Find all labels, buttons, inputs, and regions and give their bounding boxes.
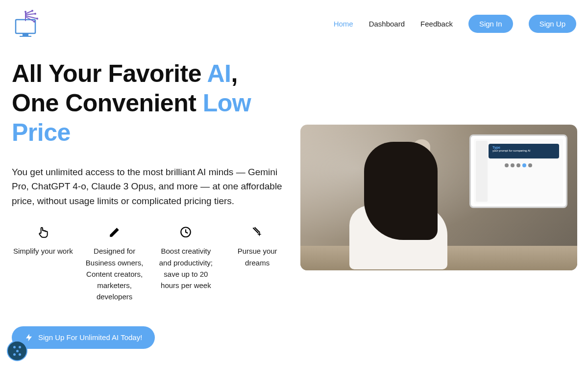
feature-dreams: Pursue your dreams — [226, 226, 289, 302]
cookie-icon — [11, 345, 23, 357]
svg-point-7 — [24, 11, 26, 13]
nav-dashboard[interactable]: Dashboard — [369, 20, 405, 28]
cta-label: Sign Up For Unlimited AI Today! — [38, 333, 142, 342]
feature-text: Simplify your work — [12, 245, 74, 257]
lightning-icon — [24, 333, 33, 342]
nav-home[interactable]: Home — [334, 20, 353, 28]
cta-signup-button[interactable]: Sign Up For Unlimited AI Today! — [12, 326, 155, 349]
svg-point-3 — [31, 10, 33, 12]
feature-text: Designed for Business owners, Content cr… — [83, 245, 146, 302]
features-row: Simplify your work Designed for Business… — [12, 226, 289, 302]
signin-button[interactable]: Sign In — [468, 15, 513, 33]
feature-simplify: Simplify your work — [12, 226, 74, 302]
svg-rect-1 — [23, 33, 28, 36]
monitor-type-label: Type — [492, 146, 555, 149]
feature-productivity: Boost creativity and productivity; save … — [155, 226, 218, 302]
hero-subtext: You get unlimited access to the most bri… — [12, 165, 289, 208]
logo[interactable] — [12, 10, 46, 37]
pencil-icon — [108, 226, 121, 238]
feature-text: Boost creativity and productivity; save … — [155, 245, 218, 291]
svg-rect-2 — [20, 36, 31, 37]
nav-feedback[interactable]: Feedback — [420, 20, 453, 28]
pointer-icon — [37, 226, 49, 238]
signup-button[interactable]: Sign Up — [529, 15, 576, 33]
feature-designed-for: Designed for Business owners, Content cr… — [83, 226, 146, 302]
headline-text-1: All Your Favorite — [12, 60, 207, 87]
clock-icon — [179, 226, 192, 238]
monitor-prompt-label: your prompt for comparing AI — [492, 149, 555, 152]
headline-accent-1: AI — [207, 60, 231, 87]
shooting-star-icon — [251, 226, 264, 238]
svg-rect-0 — [16, 20, 35, 33]
monitor-mockup: Type your prompt for comparing AI — [469, 134, 567, 208]
cookie-settings-button[interactable] — [7, 341, 27, 361]
hero-image: Type your prompt for comparing AI — [300, 125, 577, 270]
feature-text: Pursue your dreams — [226, 245, 289, 268]
svg-point-5 — [36, 18, 38, 20]
svg-point-4 — [34, 13, 36, 15]
svg-point-6 — [33, 21, 35, 23]
page-headline: All Your Favorite AI, One Convenient Low… — [12, 59, 289, 147]
